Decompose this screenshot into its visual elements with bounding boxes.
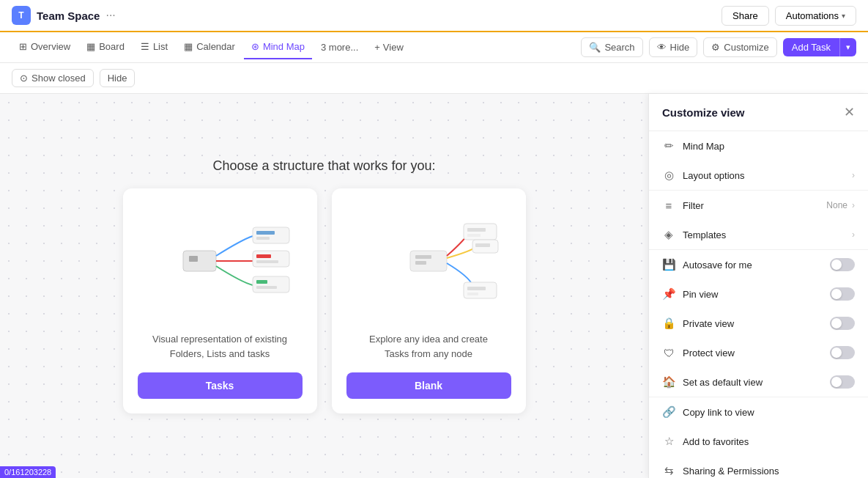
canvas-area: Choose a structure that works for you: — [0, 94, 648, 478]
blank-card: Explore any idea and createTasks from an… — [332, 188, 526, 413]
panel-item-templates[interactable]: ◈ Templates › — [649, 220, 868, 249]
svg-rect-9 — [256, 280, 267, 284]
blank-card-button[interactable]: Blank — [346, 372, 511, 399]
protect-view-icon: 🛡 — [662, 346, 675, 359]
templates-chevron-icon: › — [852, 229, 855, 240]
panel-title: Customize view — [662, 106, 745, 119]
customize-button[interactable]: ⚙ Customize — [703, 37, 776, 57]
panel-close-button[interactable]: ✕ — [844, 106, 855, 119]
pin-view-toggle[interactable] — [830, 287, 855, 301]
svg-rect-6 — [256, 254, 271, 258]
panel-item-filter[interactable]: ≡ Filter None › — [649, 191, 868, 220]
automations-chevron-icon: ▾ — [842, 12, 845, 20]
tab-overview[interactable]: ⊞ Overview — [12, 35, 78, 59]
tasks-card-button[interactable]: Tasks — [138, 372, 303, 399]
panel-item-filter-label: Filter — [683, 200, 704, 211]
top-bar: T Team Space ··· Share Automations ▾ — [0, 0, 868, 32]
workspace-avatar: T — [12, 6, 31, 25]
tab-mindmap-label: Mind Map — [263, 41, 305, 52]
workspace-more-dots[interactable]: ··· — [105, 9, 115, 22]
hide-label: Hide — [670, 42, 690, 53]
panel-item-layout-options[interactable]: ◎ Layout options › — [649, 161, 868, 190]
panel-item-autosave-label: Autosave for me — [683, 260, 752, 271]
customize-label: Customize — [724, 42, 768, 53]
tab-board-label: Board — [99, 41, 125, 52]
panel-section-1: ✏ Mind Map ◎ Layout options › — [649, 131, 868, 191]
layout-options-icon: ◎ — [662, 169, 675, 182]
share-button[interactable]: Share — [722, 6, 769, 26]
svg-rect-21 — [467, 293, 478, 295]
add-task-button[interactable]: Add Task — [783, 38, 839, 56]
svg-rect-12 — [415, 255, 431, 259]
panel-item-mind-map[interactable]: ✏ Mind Map — [649, 131, 868, 161]
panel-item-pin-view-label: Pin view — [683, 289, 718, 300]
panel-item-default-view[interactable]: 🏠 Set as default view — [649, 367, 868, 397]
tasks-mindmap-svg — [146, 203, 293, 320]
svg-rect-13 — [415, 261, 426, 265]
panel-section-2: ≡ Filter None › ◈ Templates › — [649, 191, 868, 250]
panel-item-autosave[interactable]: 💾 Autosave for me — [649, 250, 868, 279]
svg-rect-1 — [189, 256, 198, 262]
calendar-icon: ▦ — [184, 41, 193, 52]
svg-rect-3 — [256, 231, 275, 235]
private-view-icon: 🔒 — [662, 317, 675, 330]
autosave-toggle[interactable] — [830, 258, 855, 271]
panel-item-sharing[interactable]: ⇆ Sharing & Permissions — [649, 456, 868, 478]
search-icon: 🔍 — [589, 42, 601, 53]
workspace-title: Team Space — [37, 10, 100, 22]
canvas-title: Choose a structure that works for you: — [212, 158, 435, 174]
board-icon: ▦ — [86, 41, 95, 52]
blank-card-visual — [355, 203, 502, 320]
templates-icon: ◈ — [662, 228, 675, 241]
panel-item-templates-label: Templates — [683, 229, 726, 240]
add-task-dropdown-button[interactable]: ▾ — [839, 38, 856, 56]
customize-panel: Customize view ✕ ✏ Mind Map ◎ Layout opt… — [648, 94, 868, 478]
hide-button[interactable]: 👁 Hide — [649, 37, 698, 57]
customize-icon: ⚙ — [711, 42, 720, 53]
svg-rect-18 — [475, 243, 490, 247]
tab-mindmap[interactable]: ⊛ Mind Map — [244, 35, 312, 59]
svg-rect-10 — [256, 286, 277, 289]
panel-item-default-view-label: Set as default view — [683, 377, 763, 388]
panel-item-private-view[interactable]: 🔒 Private view — [649, 309, 868, 338]
default-view-toggle[interactable] — [830, 375, 855, 389]
mindmap-icon: ⊛ — [251, 41, 259, 52]
nav-tabs-left: ⊞ Overview ▦ Board ☰ List ▦ Calendar ⊛ M… — [12, 35, 411, 59]
panel-section-4: 🔗 Copy link to view ☆ Add to favorites ⇆… — [649, 397, 868, 478]
svg-rect-8 — [253, 276, 289, 293]
toolbar-hide-button[interactable]: Hide — [100, 69, 136, 87]
tab-calendar[interactable]: ▦ Calendar — [177, 35, 242, 59]
tab-board[interactable]: ▦ Board — [79, 35, 132, 59]
add-favorites-icon: ☆ — [662, 435, 675, 448]
cards-row: Visual representation of existingFolders… — [123, 188, 526, 413]
tab-list[interactable]: ☰ List — [133, 35, 175, 59]
mind-map-icon: ✏ — [662, 139, 675, 152]
nav-tabs: ⊞ Overview ▦ Board ☰ List ▦ Calendar ⊛ M… — [0, 32, 868, 63]
show-closed-button[interactable]: ⊙ Show closed — [12, 69, 94, 87]
blank-mindmap-svg — [355, 203, 502, 320]
automations-button[interactable]: Automations ▾ — [775, 6, 856, 26]
svg-rect-2 — [253, 227, 289, 243]
sharing-icon: ⇆ — [662, 464, 675, 477]
copy-link-icon: 🔗 — [662, 405, 675, 419]
panel-item-pin-view[interactable]: 📌 Pin view — [649, 279, 868, 309]
list-icon: ☰ — [141, 41, 149, 52]
nav-more-button[interactable]: 3 more... — [314, 37, 366, 57]
tasks-card: Visual representation of existingFolders… — [123, 188, 317, 413]
panel-item-sharing-label: Sharing & Permissions — [683, 466, 779, 477]
private-view-toggle[interactable] — [830, 317, 855, 330]
add-view-button[interactable]: + View — [367, 37, 411, 57]
filter-chevron-icon: › — [852, 200, 855, 210]
blank-card-description: Explore any idea and createTasks from an… — [369, 332, 488, 361]
panel-item-add-favorites[interactable]: ☆ Add to favorites — [649, 427, 868, 456]
tasks-card-visual — [146, 203, 293, 320]
svg-rect-0 — [183, 251, 216, 271]
panel-item-protect-view[interactable]: 🛡 Protect view — [649, 338, 868, 367]
show-closed-icon: ⊙ — [20, 73, 28, 84]
search-button[interactable]: 🔍 Search — [581, 37, 642, 57]
search-label: Search — [604, 42, 634, 53]
panel-item-mind-map-label: Mind Map — [683, 141, 724, 152]
default-view-icon: 🏠 — [662, 375, 675, 389]
panel-item-copy-link[interactable]: 🔗 Copy link to view — [649, 397, 868, 427]
protect-view-toggle[interactable] — [830, 346, 855, 359]
